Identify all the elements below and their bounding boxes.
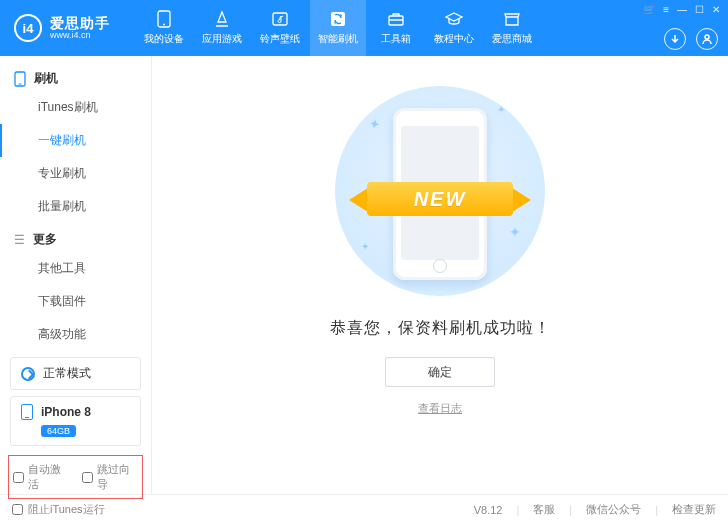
mode-icon bbox=[21, 367, 35, 381]
ringtone-icon bbox=[270, 10, 290, 28]
device-name: iPhone 8 bbox=[41, 405, 91, 419]
nav-label: 我的设备 bbox=[144, 32, 184, 46]
nav-label: 爱思商城 bbox=[492, 32, 532, 46]
apps-icon bbox=[212, 10, 232, 28]
download-button[interactable] bbox=[664, 28, 686, 50]
nav-label: 应用游戏 bbox=[202, 32, 242, 46]
nav-label: 教程中心 bbox=[434, 32, 474, 46]
phone-icon bbox=[14, 71, 26, 87]
options-row: 自动激活 跳过向导 bbox=[8, 455, 143, 499]
store-icon bbox=[502, 10, 522, 28]
ribbon-text: NEW bbox=[367, 182, 513, 216]
checkbox-label: 阻止iTunes运行 bbox=[28, 502, 105, 517]
check-update-link[interactable]: 检查更新 bbox=[672, 502, 716, 517]
sparkle-icon: ✦ bbox=[361, 241, 369, 252]
sidebar-group-more[interactable]: ☰ 更多 bbox=[0, 223, 151, 252]
top-nav: 我的设备 应用游戏 铃声壁纸 智能刷机 工具箱 教程中心 爱思商城 bbox=[136, 0, 540, 56]
confirm-button[interactable]: 确定 bbox=[385, 357, 495, 387]
device-icon bbox=[154, 10, 174, 28]
auto-activate-checkbox[interactable]: 自动激活 bbox=[13, 462, 70, 492]
nav-apps[interactable]: 应用游戏 bbox=[194, 0, 250, 56]
view-log-link[interactable]: 查看日志 bbox=[418, 401, 462, 416]
toolbox-icon bbox=[386, 10, 406, 28]
checkbox-label: 跳过向导 bbox=[97, 462, 139, 492]
sidebar-item-advanced[interactable]: 高级功能 bbox=[0, 318, 151, 351]
brand-text: 爱思助手 www.i4.cn bbox=[50, 16, 110, 41]
nav-label: 铃声壁纸 bbox=[260, 32, 300, 46]
sidebar-item-other-tools[interactable]: 其他工具 bbox=[0, 252, 151, 285]
nav-label: 工具箱 bbox=[381, 32, 411, 46]
svg-point-5 bbox=[705, 35, 709, 39]
svg-rect-7 bbox=[19, 83, 22, 84]
sidebar-item-download-firmware[interactable]: 下载固件 bbox=[0, 285, 151, 318]
mode-label: 正常模式 bbox=[43, 365, 91, 382]
group-title: 刷机 bbox=[34, 70, 58, 87]
brand-url: www.i4.cn bbox=[50, 30, 110, 41]
sidebar-item-oneclick-flash[interactable]: 一键刷机 bbox=[0, 124, 151, 157]
checkbox-label: 自动激活 bbox=[28, 462, 70, 492]
brand-mark: i4 bbox=[14, 14, 42, 42]
sparkle-icon: ✦ bbox=[368, 115, 383, 133]
success-message: 恭喜您，保资料刷机成功啦！ bbox=[152, 318, 728, 339]
skip-wizard-checkbox[interactable]: 跳过向导 bbox=[82, 462, 139, 492]
nav-ringtones[interactable]: 铃声壁纸 bbox=[252, 0, 308, 56]
nav-label: 智能刷机 bbox=[318, 32, 358, 46]
nav-tutorials[interactable]: 教程中心 bbox=[426, 0, 482, 56]
close-icon[interactable]: ✕ bbox=[712, 4, 720, 15]
nav-my-device[interactable]: 我的设备 bbox=[136, 0, 192, 56]
version-label: V8.12 bbox=[474, 504, 503, 516]
header-right bbox=[664, 28, 718, 50]
app-header: i4 爱思助手 www.i4.cn 我的设备 应用游戏 铃声壁纸 智能刷机 工具… bbox=[0, 0, 728, 56]
mode-box[interactable]: 正常模式 bbox=[10, 357, 141, 390]
body: 刷机 iTunes刷机 一键刷机 专业刷机 批量刷机 ☰ 更多 其他工具 下载固… bbox=[0, 56, 728, 494]
svg-point-1 bbox=[163, 24, 165, 26]
brand-name: 爱思助手 bbox=[50, 16, 110, 30]
brand: i4 爱思助手 www.i4.cn bbox=[14, 14, 110, 42]
phone-icon bbox=[21, 404, 33, 420]
maximize-icon[interactable]: ☐ bbox=[695, 4, 704, 15]
wechat-link[interactable]: 微信公众号 bbox=[586, 502, 641, 517]
success-illustration: ✦ ✦ ✦ ✦ NEW bbox=[335, 86, 545, 296]
list-icon: ☰ bbox=[14, 233, 25, 247]
sparkle-icon: ✦ bbox=[497, 104, 505, 115]
new-ribbon: NEW bbox=[349, 176, 531, 224]
sidebar-item-itunes-flash[interactable]: iTunes刷机 bbox=[0, 91, 151, 124]
window-controls: 🛒 ≡ — ☐ ✕ bbox=[643, 4, 720, 15]
minimize-icon[interactable]: — bbox=[677, 4, 687, 15]
nav-store[interactable]: 爱思商城 bbox=[484, 0, 540, 56]
user-button[interactable] bbox=[696, 28, 718, 50]
flash-icon bbox=[328, 10, 348, 28]
block-itunes-checkbox[interactable]: 阻止iTunes运行 bbox=[12, 502, 105, 517]
group-title: 更多 bbox=[33, 231, 57, 248]
tutorial-icon bbox=[444, 10, 464, 28]
nav-flash[interactable]: 智能刷机 bbox=[310, 0, 366, 56]
sidebar-item-pro-flash[interactable]: 专业刷机 bbox=[0, 157, 151, 190]
main-content: ✦ ✦ ✦ ✦ NEW 恭喜您，保资料刷机成功啦！ 确定 查看日志 bbox=[152, 56, 728, 494]
menu-icon[interactable]: ≡ bbox=[663, 4, 669, 15]
cart-icon[interactable]: 🛒 bbox=[643, 4, 655, 15]
sidebar-item-batch-flash[interactable]: 批量刷机 bbox=[0, 190, 151, 223]
nav-toolbox[interactable]: 工具箱 bbox=[368, 0, 424, 56]
sparkle-icon: ✦ bbox=[509, 224, 521, 240]
storage-badge: 64GB bbox=[41, 425, 76, 437]
sidebar-group-flash[interactable]: 刷机 bbox=[0, 62, 151, 91]
sidebar: 刷机 iTunes刷机 一键刷机 专业刷机 批量刷机 ☰ 更多 其他工具 下载固… bbox=[0, 56, 152, 494]
device-box[interactable]: iPhone 8 64GB bbox=[10, 396, 141, 446]
support-link[interactable]: 客服 bbox=[533, 502, 555, 517]
